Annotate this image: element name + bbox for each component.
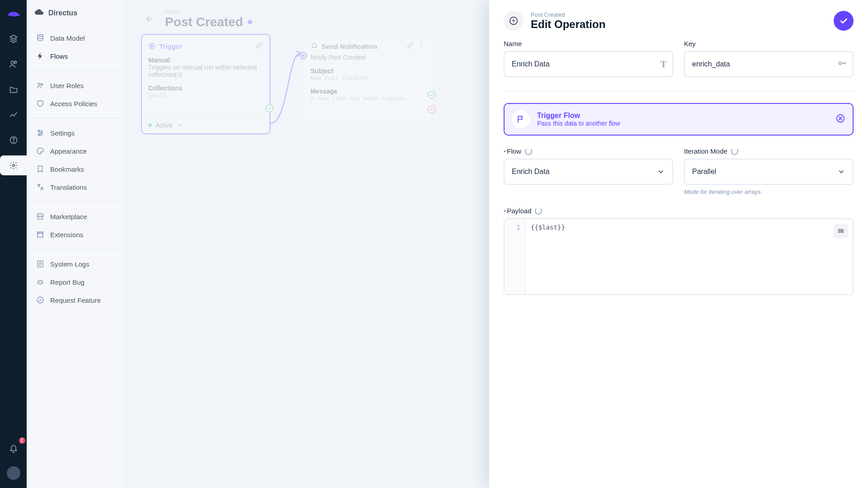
iteration-hint: Mode for iterating over arrays. — [684, 188, 854, 195]
flow-select-value: Enrich Data — [512, 168, 550, 176]
key-link-icon[interactable] — [837, 58, 847, 70]
code-content[interactable]: {{$last}} — [525, 219, 853, 294]
sidebar-item-data-model[interactable]: Data Model — [30, 29, 122, 47]
palette-icon — [36, 147, 45, 155]
sidebar-item-label: Marketplace — [50, 213, 87, 221]
svg-point-6 — [38, 83, 41, 85]
iteration-select[interactable]: Parallel — [684, 159, 854, 185]
user-avatar[interactable] — [7, 466, 20, 480]
main: Flows Post Created Trigger Manual Trigge… — [126, 0, 868, 488]
rail-content[interactable] — [4, 29, 24, 49]
sidebar-item-request-feature[interactable]: Request Feature — [30, 291, 122, 309]
project-name: Directus — [48, 9, 77, 17]
svg-point-10 — [39, 134, 40, 136]
separator — [504, 91, 854, 91]
sidebar-separator — [32, 70, 120, 71]
sidebar-item-label: Report Bug — [50, 278, 85, 286]
roles-icon — [36, 81, 45, 89]
payload-label: Payload — [507, 207, 531, 215]
puzzle-icon — [36, 230, 45, 239]
loading-spinner-icon — [731, 148, 738, 155]
name-label: Name — [504, 40, 673, 47]
settings-sidebar: Directus Data ModelFlowsUser RolesAccess… — [27, 0, 126, 488]
idea-icon — [36, 296, 45, 304]
loading-spinner-icon — [535, 207, 542, 215]
format-icon[interactable]: T — [660, 58, 667, 70]
flow-select[interactable]: Enrich Data — [504, 159, 673, 185]
rail-files[interactable] — [4, 80, 24, 99]
name-input[interactable] — [504, 51, 673, 77]
operation-type-card[interactable]: Trigger Flow Pass this data to another f… — [504, 103, 854, 136]
sidebar-item-label: User Roles — [50, 82, 84, 89]
sidebar-item-label: Translations — [50, 183, 87, 191]
iteration-select-value: Parallel — [692, 168, 716, 176]
svg-point-12 — [38, 281, 42, 284]
iteration-label: Iteration Mode — [684, 147, 727, 155]
sliders-icon — [36, 129, 45, 137]
svg-point-13 — [37, 297, 43, 303]
rail-settings[interactable] — [0, 155, 27, 175]
chevron-down-icon — [837, 168, 845, 176]
type-title: Trigger Flow — [537, 112, 620, 120]
key-input[interactable] — [684, 51, 854, 77]
code-gutter: 1 — [505, 219, 525, 294]
sidebar-item-settings[interactable]: Settings — [30, 124, 122, 142]
svg-point-5 — [38, 35, 43, 37]
store-icon — [36, 212, 45, 221]
rail-help[interactable] — [4, 130, 24, 150]
sidebar-item-marketplace[interactable]: Marketplace — [30, 207, 122, 225]
sidebar-item-access-policies[interactable]: Access Policies — [30, 94, 122, 113]
sidebar-item-label: Access Policies — [50, 100, 97, 108]
rail-insights[interactable] — [4, 105, 24, 125]
expand-editor-button[interactable] — [834, 224, 848, 238]
flag-icon — [512, 110, 530, 128]
chevron-down-icon — [657, 168, 665, 176]
type-desc: Pass this data to another flow — [537, 120, 620, 127]
rail-users[interactable] — [4, 54, 24, 74]
sidebar-item-label: Settings — [50, 129, 75, 137]
project-brand[interactable]: Directus — [27, 0, 126, 26]
bug-icon — [36, 278, 45, 286]
translate-icon — [36, 183, 45, 191]
logo[interactable] — [4, 4, 24, 23]
sidebar-item-bookmarks[interactable]: Bookmarks — [30, 160, 122, 178]
rail-notifications[interactable]: 2 — [4, 439, 24, 459]
save-button[interactable] — [834, 11, 854, 31]
notifications-count: 2 — [19, 437, 25, 444]
drawer-title: Edit Operation — [531, 18, 605, 31]
sidebar-item-label: System Logs — [50, 260, 90, 268]
shield-icon — [36, 99, 45, 108]
svg-point-0 — [11, 61, 14, 64]
svg-point-8 — [38, 130, 40, 131]
sidebar-item-user-roles[interactable]: User Roles — [30, 76, 122, 94]
svg-point-19 — [839, 62, 842, 65]
offline-bolt-icon — [504, 11, 524, 31]
sidebar-item-report-bug[interactable]: Report Bug — [30, 273, 122, 291]
edit-operation-drawer: Post Created Edit Operation Name T Ke — [489, 0, 868, 488]
module-rail: 2 — [0, 0, 27, 488]
svg-point-3 — [13, 142, 14, 142]
flow-label: Flow — [507, 147, 521, 155]
sidebar-item-extensions[interactable]: Extensions — [30, 225, 122, 244]
sidebar-item-system-logs[interactable]: System Logs — [30, 255, 122, 273]
sidebar-separator — [32, 202, 120, 202]
sidebar-separator — [32, 249, 120, 249]
bolt-icon — [36, 52, 45, 60]
loading-spinner-icon — [525, 148, 532, 155]
sidebar-item-translations[interactable]: Translations — [30, 178, 122, 196]
sidebar-item-label: Flows — [50, 52, 68, 60]
sidebar-item-appearance[interactable]: Appearance — [30, 142, 122, 160]
drawer-eyebrow: Post Created — [531, 11, 605, 18]
sidebar-item-flows[interactable]: Flows — [30, 47, 122, 65]
svg-point-1 — [14, 61, 16, 63]
clear-type-button[interactable] — [835, 113, 845, 125]
payload-editor[interactable]: 1 {{$last}} — [504, 218, 854, 295]
svg-point-9 — [41, 132, 42, 134]
bookmark-icon — [36, 165, 45, 173]
data-model-icon — [36, 34, 45, 42]
sidebar-item-label: Appearance — [50, 147, 87, 155]
logs-icon — [36, 260, 45, 268]
svg-point-4 — [12, 164, 14, 167]
key-label: Key — [684, 40, 854, 47]
sidebar-item-label: Extensions — [50, 231, 83, 239]
